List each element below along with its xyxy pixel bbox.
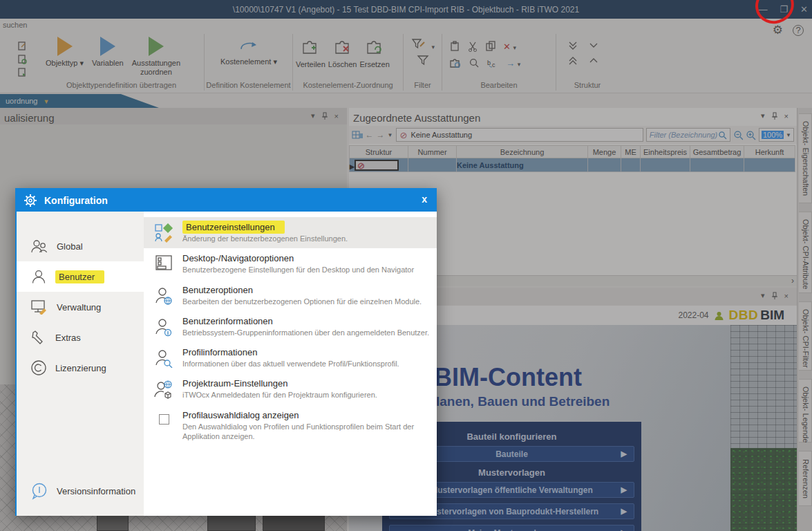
sidebar-item-label: Extras — [55, 333, 81, 343]
tab-zuordnung[interactable]: uordnung▼ — [0, 94, 159, 108]
puzzle-x-icon — [333, 38, 352, 56]
settings-gear-icon[interactable]: ⚙ — [773, 23, 783, 37]
collapse-one-icon[interactable] — [588, 56, 599, 66]
panel-close-icon[interactable]: × — [334, 112, 339, 120]
tab-objekt-legende[interactable]: Objekt- Legende — [799, 379, 812, 442]
ausstattungen-zuordnen-button[interactable]: Ausstattungen zuordnen — [128, 34, 185, 80]
ersetzen-button[interactable]: Ersetzen — [359, 34, 389, 68]
ausstattung-combo[interactable]: ⊘ Keine Ausstattung — [396, 128, 643, 142]
item-profilinformationen[interactable]: Profilinformationen Informationen über d… — [144, 342, 437, 373]
meine-mustervorlagen-button[interactable]: Meine Mustervorlagen▶ — [389, 525, 634, 531]
item-desktop-navigatoroptionen[interactable]: Desktop-/Navigatoroptionen Benutzerbezog… — [144, 248, 437, 279]
col-header[interactable]: Menge — [588, 146, 621, 158]
ribbon-group-definition-kostenelement: Kostenelement ▾ Definition Kostenelement — [205, 34, 293, 91]
panel-menu-icon[interactable]: ▾ — [761, 111, 765, 120]
konfiguration-dialog: Konfiguration x Global Benutzer Verwaltu… — [15, 188, 437, 516]
sidebar-item-label: Verwaltung — [57, 302, 101, 313]
minimize-button[interactable]: ― — [758, 4, 767, 15]
help-icon[interactable]: ? — [793, 25, 804, 36]
tab-referenzen[interactable]: Referenzen — [799, 451, 812, 506]
panel-menu-icon[interactable]: ▾ — [761, 291, 765, 300]
zoom-out-icon[interactable] — [733, 130, 744, 140]
variablen-button[interactable]: Variablen — [88, 34, 128, 80]
verteilen-button[interactable]: Verteilen — [296, 34, 325, 68]
scroll-right-icon[interactable]: › — [791, 276, 794, 286]
col-header[interactable]: Gesamtbetrag — [690, 146, 744, 158]
profilauswahldialog-checkbox[interactable] — [159, 414, 169, 425]
grid-icon[interactable] — [352, 129, 363, 140]
dialog-close-button[interactable]: x — [422, 194, 427, 205]
panel-menu-icon[interactable]: ▾ — [311, 111, 315, 120]
close-button[interactable]: ✕ — [800, 4, 808, 15]
filter-clear-button[interactable] — [417, 55, 429, 68]
nav-back-icon[interactable]: ← — [366, 130, 374, 140]
col-header[interactable]: Bezeichnung — [457, 146, 588, 158]
user-info-icon — [155, 317, 173, 337]
col-header[interactable]: ME — [621, 146, 641, 158]
goto-icon[interactable]: → ▾ — [506, 58, 520, 68]
col-header[interactable]: Herkunft — [744, 146, 795, 158]
filter-edit-button[interactable]: ▾ — [410, 38, 435, 52]
sidebar-item-verwaltung[interactable]: Verwaltung — [17, 292, 144, 322]
item-benutzerinformationen[interactable]: Benutzerinformationen Betriebssystem-Gru… — [144, 311, 437, 342]
search-icon[interactable] — [469, 57, 480, 68]
panel-close-icon[interactable]: × — [784, 292, 789, 300]
edit-doc-icon[interactable] — [17, 41, 28, 52]
kostenelement-icon — [237, 37, 261, 55]
expand-all-icon[interactable] — [567, 41, 578, 50]
svg-text:b: b — [487, 59, 491, 66]
variablen-icon — [100, 37, 115, 56]
table-row[interactable]: ▶⊘ Keine Ausstattung — [350, 158, 795, 172]
user-icon — [714, 310, 724, 321]
sidebar-item-versionsinformation[interactable]: Versionsinformation — [17, 476, 144, 506]
sidebar-item-lizenzierung[interactable]: Lizenzierung — [17, 353, 144, 383]
pin-icon[interactable] — [771, 292, 778, 300]
sidebar-item-label: Global — [57, 241, 83, 252]
wireframe-plants — [730, 448, 797, 531]
maximize-button[interactable]: ❐ — [780, 4, 788, 15]
zoom-level-select[interactable]: 100%▼ — [759, 128, 794, 142]
nav-forward-icon[interactable]: → — [377, 130, 385, 140]
puzzle-search-icon[interactable] — [449, 57, 462, 68]
item-projektraum-einstellungen[interactable]: Projektraum-Einstellungen iTWOcx Anmelde… — [144, 373, 437, 404]
monitor-pencil-icon — [30, 299, 48, 315]
tab-objekt-cpi-attribute[interactable]: Objekt- CPI-Attribute — [799, 212, 812, 293]
tab-objekt-cpi-filter[interactable]: Objekt- CPI-Filter — [799, 301, 812, 371]
copyright-icon — [30, 360, 47, 376]
check-doc-icon[interactable] — [17, 54, 28, 65]
objekttyp-button[interactable]: Objekttyp ▾ — [41, 34, 88, 80]
col-header[interactable]: Struktur — [350, 146, 408, 158]
panel-close-icon[interactable]: × — [784, 112, 789, 120]
copy-icon[interactable] — [485, 41, 496, 52]
tab-objekt-eigenschaften[interactable]: Objekt- Eigenschaften — [799, 113, 812, 203]
expand-one-icon[interactable] — [588, 41, 599, 50]
kostenelement-button[interactable]: Kostenelement ▾ — [205, 34, 293, 80]
pin-icon[interactable] — [771, 112, 778, 120]
col-header[interactable]: Einheitspreis — [641, 146, 690, 158]
sidebar-item-global[interactable]: Global — [17, 231, 144, 261]
zoom-in-icon[interactable] — [746, 130, 756, 140]
col-header[interactable]: Nummer — [408, 146, 457, 158]
objekttyp-icon — [57, 37, 73, 56]
item-benutzereinstellungen[interactable]: Benutzereinstellungen Änderung der benut… — [144, 217, 437, 248]
filter-input[interactable]: Filter (Bezeichnung) — [646, 128, 730, 142]
ribbon-group-struktur: Struktur — [556, 34, 619, 91]
item-profilauswahldialog[interactable]: Profilauswahldialog anzeigen Den Auswahl… — [144, 405, 437, 447]
rename-icon[interactable]: bc — [487, 57, 499, 68]
loeschen-button[interactable]: Löschen — [328, 34, 357, 68]
ribbon-search-hint[interactable]: suchen — [3, 21, 27, 29]
delete-icon[interactable]: ✕ ▾ — [503, 41, 516, 52]
nav-dropdown-icon[interactable]: ▼ — [388, 132, 393, 138]
dialog-titlebar: Konfiguration x — [17, 189, 435, 212]
sidebar-item-benutzer[interactable]: Benutzer — [17, 261, 144, 292]
collapse-all-icon[interactable] — [567, 56, 578, 66]
paste-icon[interactable] — [449, 41, 460, 52]
gear-icon — [23, 194, 37, 207]
sidebar-item-extras[interactable]: Extras — [17, 322, 144, 353]
cut-icon[interactable] — [467, 41, 478, 52]
pin-icon[interactable] — [321, 112, 328, 120]
item-benutzeroptionen[interactable]: Benutzeroptionen Bearbeiten der benutzer… — [144, 280, 437, 311]
filter-pencil-icon — [410, 38, 428, 49]
tab-dropdown-icon[interactable]: ▼ — [44, 98, 50, 105]
run-doc-icon[interactable] — [17, 67, 28, 78]
